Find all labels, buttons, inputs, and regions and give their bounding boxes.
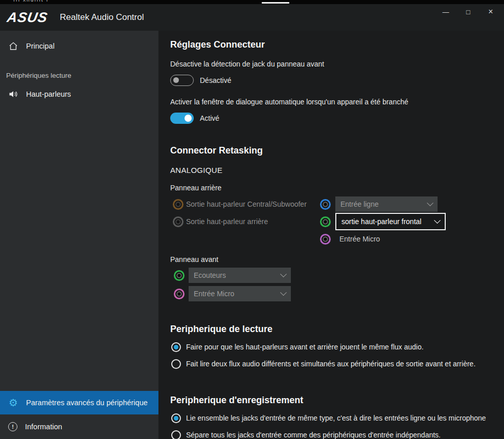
jack-gray-icon [173,216,184,227]
jack-green-icon [174,270,185,281]
radio-same-stream[interactable] [171,342,181,352]
dropdown-value: Entrée ligne [340,200,379,208]
maximize-button[interactable]: □ [457,5,479,18]
chevron-down-icon [280,289,287,296]
chevron-down-icon [427,200,433,206]
playback-option-row: Fait lire deux flux audio différents et … [170,359,504,369]
background-window-fragment: ııı xnuffit ı [13,0,49,3]
jack-green-icon [320,216,331,227]
radio-label: Faire pour que les haut-parleurs avant e… [186,343,424,351]
jack-pink-icon [174,289,185,299]
rear-panel-grid: Sortie haut-parleur Central/Subwoofer En… [170,195,504,248]
chevron-down-icon [434,217,441,224]
auto-popup-label: Activer la fenêtre de dialogue automatiq… [170,97,504,106]
section-title-connector-retasking: Connector Retasking [170,145,504,157]
section-title-connector-settings: Réglages Connecteur [170,39,504,51]
retask-dropdown-line-in[interactable]: Entrée ligne [335,196,438,212]
analog-subtitle: ANALOGIQUE [170,165,504,175]
sidebar-section-playback-devices: Périphériques lecture [0,68,158,83]
dropdown-value: sortie haut-parleur frontal [341,217,421,226]
jack-detection-state: Désactivé [200,76,231,85]
jack-purple-icon [320,234,331,245]
retask-dropdown-mic-in[interactable]: Entrée Micro [189,286,291,301]
tab-indicator [262,2,289,4]
home-icon [8,41,18,51]
sidebar-item-information[interactable]: Information [0,414,158,439]
front-panel-row: Entrée Micro [170,286,504,302]
dropdown-value: Ecouteurs [194,271,226,279]
radio-label: Lie ensemble les jacks d'entrée de même … [186,414,486,422]
rear-row-left-label: Sortie haut-parleur Central/Subwoofer [186,200,320,208]
chevron-down-icon [280,271,287,277]
close-button[interactable]: × [479,5,502,18]
jack-detection-toggle[interactable] [170,75,194,86]
mic-in-label: Entrée Micro [335,235,504,243]
sidebar-item-label: Haut-parleurs [26,90,71,98]
rear-panel-label: Panneau arrière [170,183,504,192]
speaker-icon [8,89,18,99]
info-icon [8,422,17,431]
radio-separate-inputs[interactable] [171,430,181,439]
recording-option-row: Sépare tous les jacks d'entrée comme des… [170,430,504,439]
asus-logo: ASUS [6,10,49,26]
radio-label: Fait lire deux flux audio différents et … [186,360,475,368]
retask-dropdown-front-speaker-out[interactable]: sortie haut-parleur frontal [335,213,446,230]
sidebar-item-label: Principal [26,42,55,50]
auto-popup-state: Activé [200,114,219,123]
jack-detection-label: Désactive la détection de jack du pannea… [170,59,504,69]
gear-icon: ⚙ [8,398,18,408]
sidebar: Principal Périphériques lecture Haut-par… [0,31,158,439]
app-title: Realtek Audio Control [60,12,144,23]
background-window-strip: ııı xnuffit ı [0,0,504,4]
sidebar-item-speakers[interactable]: Haut-parleurs [0,83,158,105]
minimize-button[interactable]: — [434,5,457,18]
sidebar-item-advanced-settings[interactable]: ⚙ Paramètres avancés du périphérique [0,391,158,414]
auto-popup-toggle[interactable] [170,113,194,124]
retask-dropdown-headphones[interactable]: Ecouteurs [189,268,291,283]
realtek-audio-control-window: — □ × ASUS Realtek Audio Control Princip… [0,4,504,439]
radio-tie-inputs[interactable] [171,413,181,423]
sidebar-item-label: Paramètres avancés du périphérique [26,399,148,407]
window-controls: — □ × [434,5,502,18]
recording-option-row: Lie ensemble les jacks d'entrée de même … [170,413,504,423]
toggle-knob [173,77,179,83]
section-title-playback-device: Peripherique de lecture [170,323,504,335]
section-title-recording-device: Peripherique d'enregistrement [170,394,504,406]
dropdown-value: Entrée Micro [194,290,234,298]
front-panel-row: Ecouteurs [170,267,504,283]
app-header: ASUS Realtek Audio Control [0,4,504,31]
main-content: Réglages Connecteur Désactive la détecti… [158,31,504,439]
playback-option-row: Faire pour que les haut-parleurs avant e… [170,342,504,352]
toggle-knob [185,115,192,122]
jack-blue-icon [320,199,331,210]
radio-different-streams[interactable] [171,359,181,369]
sidebar-item-principal[interactable]: Principal [0,35,158,57]
sidebar-item-label: Information [25,423,62,431]
radio-label: Sépare tous les jacks d'entrée comme des… [186,431,441,439]
rear-row-left-label: Sortie haut-parleur arrière [186,217,320,226]
jack-orange-icon [173,199,184,210]
front-panel-label: Panneau avant [170,255,504,264]
